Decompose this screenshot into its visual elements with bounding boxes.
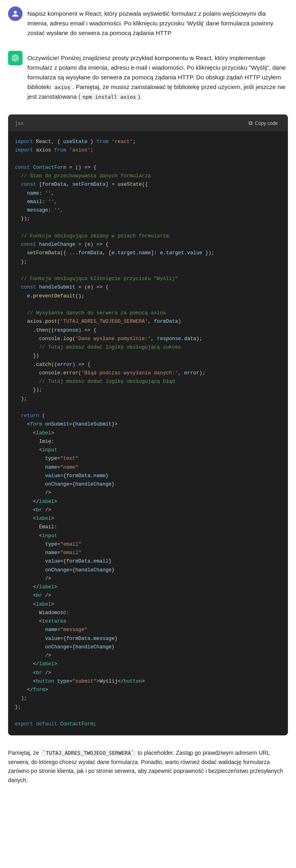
copy-icon: ⧉: [248, 120, 253, 127]
user-message-text: Napisz komponent w React, który pozwala …: [27, 6, 288, 38]
ai-message-text: Oczywiście! Poniżej znajdziesz prosty pr…: [27, 51, 288, 102]
user-message: Napisz komponent w React, który pozwala …: [0, 0, 296, 44]
copy-label: Copy code: [255, 120, 278, 126]
user-avatar: [8, 6, 23, 21]
code-content: import React, { useState } from 'react';…: [8, 131, 288, 735]
ai-avatar: [8, 51, 23, 65]
ai-message: Oczywiście! Poniżej znajdziesz prosty pr…: [0, 44, 296, 108]
code-lang: jsx: [15, 120, 24, 126]
code-block-wrapper: jsx ⧉ Copy code import React, { useState…: [8, 114, 288, 735]
footer-message: Pamiętaj, że `TUTAJ_ADRES_TWOJEGO_SERWER…: [0, 742, 296, 791]
code-block-header: jsx ⧉ Copy code: [8, 115, 288, 131]
copy-code-button[interactable]: ⧉ Copy code: [245, 118, 281, 128]
